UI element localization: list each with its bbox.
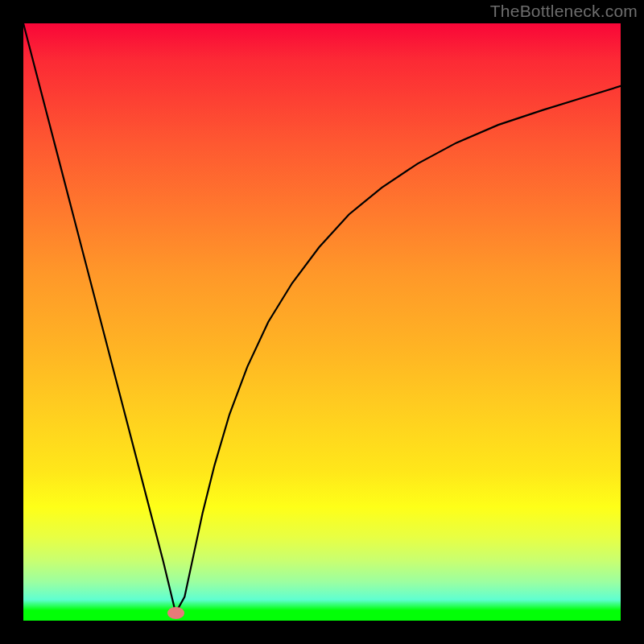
watermark-label: TheBottleneck.com xyxy=(490,2,638,21)
chart-stage: TheBottleneck.com xyxy=(0,0,644,644)
bottleneck-curve xyxy=(23,23,621,621)
minimum-marker xyxy=(167,607,184,619)
plot-area xyxy=(23,23,621,621)
